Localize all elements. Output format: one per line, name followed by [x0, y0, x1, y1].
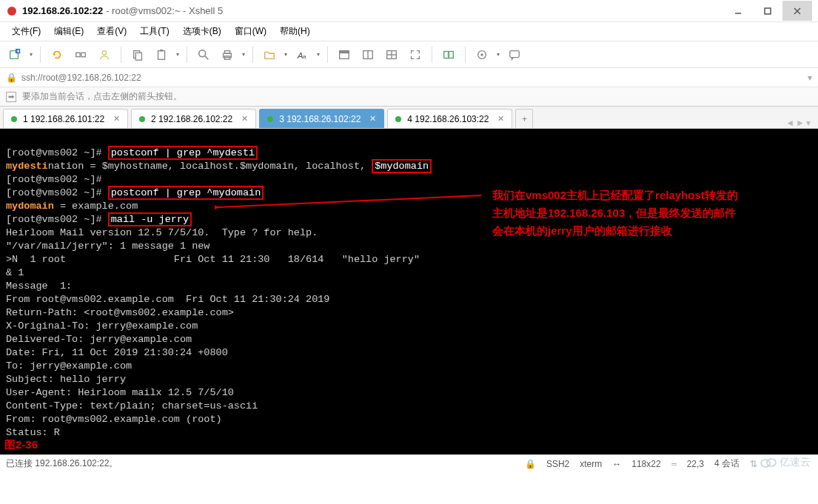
add-tab-button[interactable]: + — [515, 109, 533, 128]
menu-edit[interactable]: 编辑(E) — [48, 24, 90, 39]
svg-point-39 — [767, 459, 776, 466]
toolbar: ▾ ▾ ▾ ▾ Aa ▾ ▾ — [0, 41, 818, 68]
watermark: 亿速云 — [760, 456, 811, 469]
dropdown-icon[interactable]: ▾ — [28, 51, 34, 58]
layout-h-icon[interactable] — [358, 44, 378, 65]
dropdown-icon[interactable]: ▾ — [175, 51, 181, 58]
close-icon[interactable]: ✕ — [241, 114, 248, 124]
svg-rect-20 — [224, 50, 229, 53]
svg-point-12 — [102, 50, 106, 54]
terminal[interactable]: [root@vms002 ~]# postconf | grep ^mydest… — [0, 129, 818, 454]
svg-marker-9 — [54, 53, 56, 56]
tab-label: 1 192.168.26.101:22 — [23, 114, 104, 124]
status-dot-icon — [11, 116, 17, 122]
menu-window[interactable]: 窗口(W) — [229, 24, 272, 39]
tab-nav-right-icon[interactable]: ► — [796, 118, 805, 128]
svg-text:a: a — [303, 53, 306, 59]
tab-session-3[interactable]: 3 192.168.26.102:22 ✕ — [259, 109, 384, 128]
figure-label: 图2-36 — [4, 438, 38, 451]
status-dot-icon — [395, 116, 401, 122]
terminal-line: mydomain = example.com — [6, 201, 138, 212]
svg-line-37 — [218, 195, 481, 207]
status-position-icon: ⎓ — [671, 459, 677, 469]
close-icon[interactable]: ✕ — [369, 114, 376, 124]
font-icon[interactable]: Aa — [292, 44, 312, 65]
menu-view[interactable]: 查看(V) — [91, 24, 133, 39]
menu-help[interactable]: 帮助(H) — [274, 24, 316, 39]
svg-rect-35 — [510, 50, 520, 57]
add-session-arrow-icon[interactable]: ➡ — [6, 92, 16, 102]
annotation-arrow-icon — [215, 192, 489, 215]
reconnect-icon[interactable] — [47, 44, 67, 65]
lock-icon: 🔒 — [6, 73, 17, 83]
menu-tools[interactable]: 工具(T) — [134, 24, 175, 39]
tab-session-1[interactable]: 1 192.168.26.101:22 ✕ — [3, 109, 128, 128]
dropdown-icon[interactable]: ▾ — [241, 51, 247, 58]
layout-grid-icon[interactable] — [381, 44, 402, 65]
menu-file[interactable]: 文件(F) — [6, 24, 47, 39]
status-resize-icon: ↔ — [612, 459, 621, 469]
terminal-body: Heirloom Mail version 12.5 7/5/10. Type … — [6, 227, 420, 438]
menu-bar: 文件(F) 编辑(E) 查看(V) 工具(T) 选项卡(B) 窗口(W) 帮助(… — [0, 22, 818, 41]
new-session-icon[interactable] — [4, 44, 25, 65]
dropdown-icon[interactable]: ▾ — [283, 51, 289, 58]
separator — [187, 47, 187, 63]
color-scheme-icon[interactable] — [334, 44, 355, 65]
highlight-box: $mydomain — [372, 159, 432, 173]
address-url: ssh://root@192.168.26.102:22 — [21, 73, 141, 83]
print-icon[interactable] — [217, 44, 238, 65]
maximize-button[interactable] — [753, 1, 782, 21]
menu-tabs[interactable]: 选项卡(B) — [177, 24, 227, 39]
svg-line-18 — [205, 56, 209, 59]
status-sessions: 4 会话 — [714, 457, 740, 470]
status-dot-icon — [267, 116, 273, 122]
dropdown-icon[interactable]: ▾ — [495, 51, 501, 58]
svg-point-34 — [480, 53, 483, 56]
transfer-icon[interactable] — [438, 44, 459, 65]
separator — [465, 47, 466, 63]
search-icon[interactable] — [193, 44, 214, 65]
status-dot-icon — [139, 116, 145, 122]
svg-rect-15 — [158, 50, 165, 59]
dropdown-icon[interactable]: ▾ — [315, 51, 321, 58]
tab-nav-left-icon[interactable]: ◄ — [785, 118, 794, 128]
tip-bar: ➡ 要添加当前会话，点击左侧的箭头按钮。 — [0, 87, 818, 107]
profile-icon[interactable] — [94, 44, 115, 65]
status-term: xterm — [580, 459, 602, 469]
minimize-button[interactable] — [723, 1, 753, 21]
tab-session-4[interactable]: 4 192.168.26.103:22 ✕ — [387, 109, 512, 128]
separator — [121, 47, 121, 63]
separator — [252, 47, 253, 63]
paste-icon[interactable] — [151, 44, 172, 65]
terminal-line: [root@vms002 ~]# postconf | grep ^mydest… — [6, 146, 258, 160]
separator — [40, 47, 41, 63]
dropdown-icon[interactable]: ▾ — [808, 73, 812, 83]
tab-menu-icon[interactable]: ▾ — [806, 118, 811, 128]
tab-label: 3 192.168.26.102:22 — [279, 114, 361, 124]
separator — [327, 47, 328, 63]
svg-rect-2 — [765, 8, 771, 14]
folder-icon[interactable] — [259, 44, 280, 65]
tab-session-2[interactable]: 2 192.168.26.102:22 ✕ — [131, 109, 256, 128]
settings-icon[interactable] — [472, 44, 492, 65]
tab-label: 4 192.168.26.103:22 — [407, 114, 489, 124]
annotation-text: 我们在vms002主机上已经配置了relayhost转发的 主机地址是192.1… — [492, 187, 738, 240]
terminal-line: [root@vms002 ~]# — [6, 174, 102, 185]
highlight-box: postconf | grep ^mydesti — [108, 146, 258, 160]
chat-icon[interactable] — [504, 44, 525, 65]
separator — [432, 47, 432, 63]
status-pos: 22,3 — [687, 459, 704, 469]
disconnect-icon[interactable] — [70, 44, 91, 65]
close-icon[interactable]: ✕ — [497, 114, 504, 124]
address-bar[interactable]: 🔒 ssh://root@192.168.26.102:22 ▾ — [0, 68, 818, 87]
session-tabs: 1 192.168.26.101:22 ✕ 2 192.168.26.102:2… — [0, 107, 818, 129]
status-size: 118x22 — [631, 459, 660, 469]
fullscreen-icon[interactable] — [405, 44, 426, 65]
close-icon[interactable]: ✕ — [113, 114, 120, 124]
tip-text: 要添加当前会话，点击左侧的箭头按钮。 — [22, 90, 182, 103]
svg-rect-14 — [135, 53, 141, 60]
close-button[interactable] — [782, 1, 812, 21]
copy-icon[interactable] — [127, 44, 148, 65]
terminal-line: mydestination = $myhostname, localhost.$… — [6, 159, 432, 173]
app-icon — [6, 5, 18, 17]
